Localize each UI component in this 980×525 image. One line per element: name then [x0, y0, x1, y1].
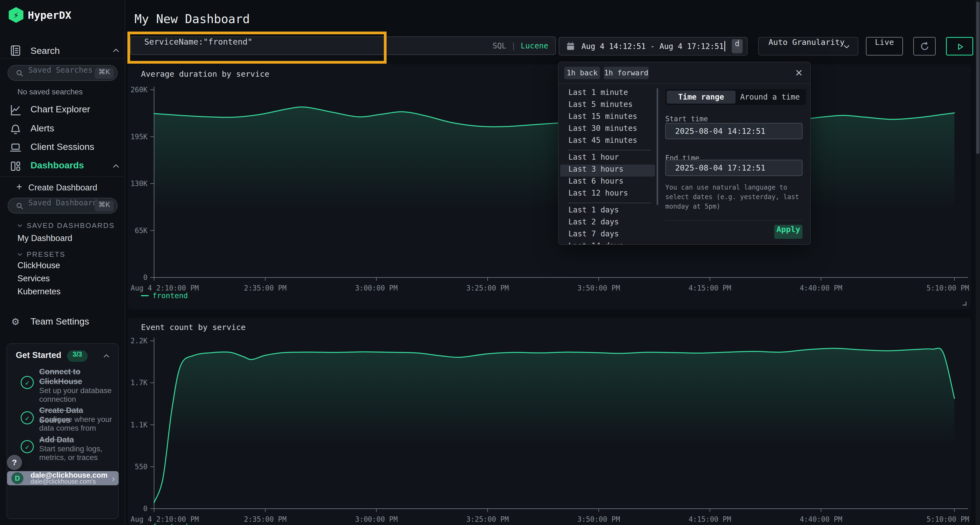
get-started-title: Get Started	[16, 351, 61, 360]
sidebar-item-search[interactable]: Search	[30, 44, 60, 57]
scrollbar-thumb[interactable]	[976, 2, 980, 154]
chart-legend[interactable]: frontend	[141, 522, 188, 525]
time-preset-item[interactable]: Last 45 minutes	[558, 136, 657, 148]
refresh-button[interactable]	[913, 37, 935, 56]
page-title: My New Dashboard	[134, 12, 250, 26]
page-scrollbar[interactable]	[976, 0, 980, 525]
preset-dashboard-item[interactable]: ClickHouse	[18, 260, 60, 270]
granularity-select[interactable]: Auto Granularity	[758, 37, 858, 56]
time-preset-item[interactable]: Last 15 minutes	[558, 112, 657, 124]
chevron-right-icon: ›	[112, 471, 115, 485]
divider	[665, 220, 802, 221]
journal-icon	[9, 44, 22, 57]
time-preset-item[interactable]: Last 30 minutes	[558, 124, 657, 136]
get-started-item-desc: Configure where your data comes from	[39, 415, 117, 433]
chart-legend[interactable]: frontend	[141, 291, 188, 300]
annotation-highlight-box	[127, 32, 387, 63]
sidebar-collapse-icon[interactable]	[108, 10, 121, 22]
legend-line-icon	[141, 295, 149, 296]
event-count-chart-panel: Event count by service frontend	[128, 318, 971, 525]
get-started-item-title: Connect to ClickHouse	[39, 367, 115, 386]
presets-header[interactable]: PRESETS	[16, 250, 65, 259]
sidebar-item-client-sessions[interactable]: Client Sessions	[0, 141, 125, 154]
time-preset-item[interactable]: Last 1 days	[558, 205, 657, 217]
apply-button[interactable]: Apply	[774, 225, 802, 239]
time-preset-item[interactable]: Last 5 minutes	[558, 100, 657, 112]
time-preset-item[interactable]: Last 14 days	[558, 241, 657, 245]
shortcut-badge: ⌘K	[95, 200, 114, 211]
tab-time-range[interactable]: Time range	[667, 90, 735, 104]
sidebar: ⚡ HyperDX Search Saved Searches ⌘K No sa…	[0, 0, 125, 525]
saved-searches-input[interactable]: Saved Searches ⌘K	[8, 65, 118, 81]
dashboards-grid-icon	[9, 160, 22, 173]
shift-forward-button[interactable]: 1h forward	[604, 67, 649, 79]
divider	[0, 58, 125, 59]
sidebar-item-chart-explorer[interactable]: Chart Explorer	[0, 104, 125, 116]
sql-mode-button[interactable]: SQL	[492, 41, 506, 50]
bell-icon	[9, 123, 22, 135]
saved-dashboards-placeholder: Saved Dashboards	[28, 198, 102, 207]
create-dashboard-button[interactable]: Create Dashboard	[28, 183, 97, 193]
get-started-item-desc: Set up your database connection	[39, 386, 117, 404]
query-language-toggle: SQL | Lucene	[492, 37, 548, 54]
sidebar-item-label: Alerts	[30, 123, 54, 133]
run-query-button[interactable]	[946, 37, 973, 56]
preset-dashboard-item[interactable]: Services	[18, 274, 50, 284]
hyperdx-logo-icon: ⚡	[9, 7, 24, 23]
avatar: D	[11, 472, 24, 484]
sidebar-item-dashboards[interactable]: Dashboards	[0, 160, 125, 173]
start-time-label: Start time	[665, 115, 708, 123]
end-time-field[interactable]: 2025-08-04 17:12:51	[665, 160, 802, 176]
saved-dashboards-input[interactable]: Saved Dashboards ⌘K	[8, 198, 118, 214]
sidebar-item-alerts[interactable]: Alerts	[0, 123, 125, 135]
search-icon	[15, 69, 24, 78]
time-preset-item[interactable]: Last 2 days	[558, 217, 657, 229]
tab-around-a-time[interactable]: Around a time	[735, 90, 804, 104]
search-icon	[15, 201, 24, 210]
resize-handle[interactable]	[963, 302, 966, 306]
saved-dashboard-item[interactable]: My Dashboard	[18, 233, 72, 243]
laptop-icon	[9, 141, 22, 154]
mode-divider: |	[511, 41, 516, 50]
granularity-value: Auto Granularity	[768, 38, 845, 47]
close-icon[interactable]: ×	[795, 64, 802, 81]
start-time-field[interactable]: 2025-08-04 14:12:51	[665, 123, 802, 139]
shift-back-button[interactable]: 1h back	[564, 67, 600, 79]
time-preset-item[interactable]: Last 1 minute	[558, 88, 657, 100]
picker-tabs: Time range Around a time	[665, 89, 806, 105]
time-preset-item[interactable]: Last 6 hours	[558, 176, 657, 189]
play-icon	[955, 42, 965, 52]
time-preset-item[interactable]: Last 7 days	[558, 229, 657, 241]
natural-language-hint: You can use natural language to select d…	[665, 183, 806, 211]
chevron-up-icon[interactable]	[111, 161, 121, 171]
legend-label: frontend	[153, 522, 188, 525]
duration-shortcut-badge: d	[732, 39, 743, 53]
duration-chart-panel: Average duration by service frontend	[128, 65, 971, 309]
sidebar-item-team-settings[interactable]: Team Settings	[30, 315, 89, 328]
no-saved-searches-text: No saved searches	[18, 87, 83, 96]
time-range-input[interactable]: Aug 4 14:12:51 - Aug 4 17:12:51 d	[558, 37, 748, 56]
user-menu[interactable]: D dale@clickhouse.com dale@clickhouse.co…	[7, 471, 119, 485]
list-scrollbar[interactable]	[657, 88, 658, 205]
chevron-up-icon[interactable]	[102, 351, 111, 361]
chart-line-icon	[9, 104, 22, 116]
preset-dashboard-item[interactable]: Kubernetes	[18, 287, 61, 297]
lucene-mode-button[interactable]: Lucene	[521, 41, 548, 50]
chart-title: Event count by service	[141, 323, 245, 332]
get-started-item-title: Add Data	[39, 435, 115, 444]
chevron-up-icon[interactable]	[111, 46, 121, 56]
app-root: { "accent": "#3be0a0", "brand": { "name"…	[0, 0, 980, 525]
saved-dashboards-header[interactable]: SAVED DASHBOARDS	[16, 221, 115, 230]
refresh-icon	[919, 41, 930, 52]
time-preset-item[interactable]: Last 12 hours	[558, 189, 657, 200]
sidebar-item-label: Dashboards	[30, 160, 84, 171]
help-button[interactable]: ?	[7, 455, 22, 470]
live-button[interactable]: Live	[866, 37, 903, 56]
check-circle-icon: ✓	[21, 376, 34, 389]
text-caret	[724, 41, 725, 51]
time-preset-item[interactable]: Last 3 hours	[560, 165, 655, 176]
divider	[568, 150, 651, 151]
divider	[568, 203, 651, 203]
gear-icon: ⚙	[9, 315, 22, 328]
time-preset-item[interactable]: Last 1 hour	[558, 152, 657, 165]
